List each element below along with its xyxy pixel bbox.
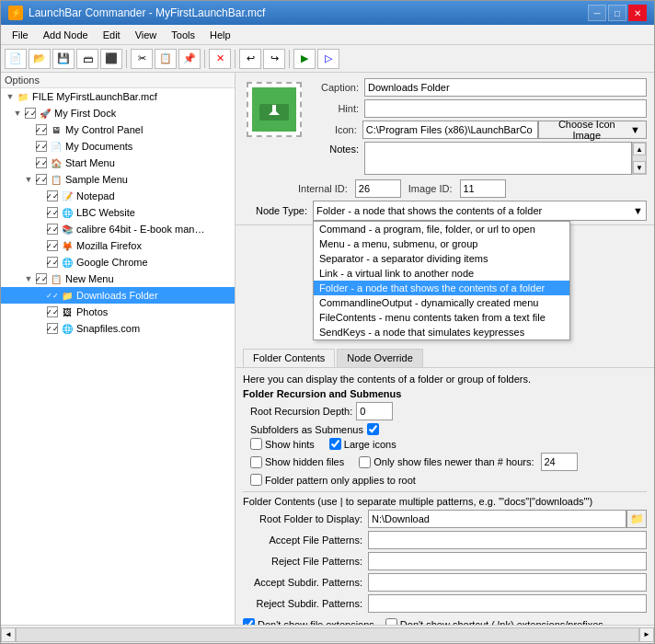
- checkbox-5[interactable]: ✓: [36, 174, 47, 185]
- redo-button[interactable]: ↪: [263, 49, 285, 69]
- tree-item-0[interactable]: ▼ 📁 FILE MyFirstLaunchBar.mcf: [1, 88, 235, 105]
- recursion-depth-row: Root Recursion Depth:: [250, 402, 393, 420]
- hint-input[interactable]: [364, 99, 647, 118]
- checkbox-12[interactable]: ✓: [47, 290, 58, 301]
- no-shortcut-checkbox[interactable]: [385, 618, 397, 625]
- tree-item-5[interactable]: ▼ ✓ 📋 Sample Menu: [1, 171, 235, 188]
- checkbox-7[interactable]: ✓: [47, 207, 58, 218]
- checkbox-8[interactable]: ✓: [47, 224, 58, 235]
- tree-header: Options: [1, 73, 235, 88]
- dropdown-item-4[interactable]: Folder - a node that shows the contents …: [314, 281, 569, 295]
- choose-icon-button[interactable]: Choose Icon Image ▼: [538, 121, 647, 139]
- copy-button[interactable]: 📋: [155, 49, 177, 69]
- tree-item-4[interactable]: ✓ 🏠 Start Menu: [1, 155, 235, 171]
- tree-item-1[interactable]: ▼ ✓ 🚀 My First Dock: [1, 105, 235, 121]
- icon-preview-area[interactable]: [247, 82, 302, 137]
- image-id-input[interactable]: [460, 179, 506, 198]
- checkbox-4[interactable]: ✓: [36, 157, 47, 168]
- build-button[interactable]: ▶: [293, 49, 316, 69]
- checkbox-14[interactable]: ✓: [47, 323, 58, 334]
- close-button[interactable]: ✕: [628, 5, 647, 21]
- reject-file-input[interactable]: [368, 552, 647, 570]
- accept-subdir-input[interactable]: [368, 573, 647, 592]
- new-button[interactable]: 📄: [5, 49, 27, 69]
- folder-pattern-checkbox[interactable]: [250, 474, 262, 486]
- root-folder-input[interactable]: [368, 510, 626, 528]
- horizontal-scrollbar[interactable]: [16, 627, 639, 642]
- tree-item-13[interactable]: ✓ 🖼 Photos: [1, 304, 235, 320]
- menu-help[interactable]: Help: [202, 28, 238, 42]
- menu-tools[interactable]: Tools: [164, 28, 202, 42]
- checkbox-13[interactable]: ✓: [47, 306, 58, 317]
- only-newer-checkbox[interactable]: [359, 456, 371, 468]
- delete-button[interactable]: ✕: [209, 49, 231, 69]
- menu-addnode[interactable]: Add Node: [36, 28, 96, 42]
- open-button[interactable]: 📂: [29, 49, 51, 69]
- tree-item-8[interactable]: ✓ 📚 calibre 64bit - E-book manageme...: [1, 221, 235, 237]
- dropdown-item-5[interactable]: CommandlineOutput - dynamically created …: [314, 295, 569, 310]
- tree-item-3[interactable]: ✓ 📄 My Documents: [1, 138, 235, 155]
- no-extensions-checkbox[interactable]: [243, 618, 255, 625]
- checkbox-11[interactable]: ✓: [36, 273, 47, 284]
- maximize-button[interactable]: □: [608, 5, 626, 21]
- caption-input[interactable]: [364, 78, 647, 97]
- accept-file-input[interactable]: [368, 531, 647, 549]
- tree-item-2[interactable]: ✓ 🖥 My Control Panel: [1, 121, 235, 138]
- tree-item-11[interactable]: ▼ ✓ 📋 New Menu: [1, 270, 235, 287]
- checkbox-9[interactable]: ✓: [47, 240, 58, 251]
- scroll-up-arrow[interactable]: ▲: [633, 143, 646, 155]
- subfolders-checkbox[interactable]: [367, 423, 379, 435]
- node-type-dropdown-wrapper: Folder - a node that shows the contents …: [313, 201, 647, 221]
- dropdown-item-3[interactable]: Link - a virtual link to another node: [314, 266, 569, 281]
- icon-input[interactable]: [362, 121, 539, 139]
- cut-button[interactable]: ✂: [131, 49, 153, 69]
- tb5-button[interactable]: ⬛: [100, 49, 122, 69]
- icon-11: 📋: [49, 271, 63, 286]
- checkbox-10[interactable]: ✓: [47, 257, 58, 268]
- checkbox-6[interactable]: ✓: [47, 190, 58, 201]
- icon-14: 🌐: [60, 321, 75, 336]
- tree-item-7[interactable]: ✓ 🌐 LBC Website: [1, 204, 235, 221]
- tab-node-override[interactable]: Node Override: [337, 349, 423, 367]
- menu-view[interactable]: View: [128, 28, 165, 42]
- tree-item-14[interactable]: ✓ 🌐 Snapfiles.com: [1, 320, 235, 337]
- dropdown-item-7[interactable]: SendKeys - a node that simulates keypres…: [314, 325, 569, 339]
- scroll-right-button[interactable]: ►: [639, 627, 654, 642]
- dropdown-item-1[interactable]: Menu - a menu, submenu, or group: [314, 236, 569, 251]
- menu-file[interactable]: File: [5, 28, 36, 42]
- checkbox-2[interactable]: ✓: [36, 124, 47, 135]
- dropdown-item-0[interactable]: Command - a program, file, folder, or ur…: [314, 222, 569, 236]
- tree-item-6[interactable]: ✓ 📝 Notepad: [1, 188, 235, 204]
- scroll-down-arrow[interactable]: ▼: [633, 161, 646, 174]
- show-hidden-checkbox[interactable]: [250, 456, 262, 468]
- saveall-button[interactable]: 🗃: [76, 49, 98, 69]
- only-newer-input[interactable]: [541, 453, 578, 471]
- save-button[interactable]: 💾: [52, 49, 75, 69]
- tree-item-12[interactable]: ✓ 📁 Downloads Folder: [1, 287, 235, 304]
- show-hints-checkbox[interactable]: [250, 438, 262, 450]
- tab-folder-contents[interactable]: Folder Contents: [243, 349, 335, 367]
- node-type-row: Node Type: Folder - a node that shows th…: [243, 201, 647, 221]
- paste-button[interactable]: 📌: [178, 49, 201, 69]
- notes-input[interactable]: [364, 142, 632, 175]
- tree-item-9[interactable]: ✓ 🦊 Mozilla Firefox: [1, 237, 235, 254]
- tree-item-10[interactable]: ✓ 🌐 Google Chrome: [1, 254, 235, 270]
- icon-label: Icon:: [311, 124, 357, 135]
- browse-button[interactable]: 📁: [626, 510, 647, 528]
- notes-scrollbar[interactable]: ▲ ▼: [632, 142, 647, 175]
- minimize-button[interactable]: ─: [588, 5, 606, 21]
- node-type-select[interactable]: Folder - a node that shows the contents …: [313, 201, 647, 221]
- large-icons-checkbox[interactable]: [329, 438, 341, 450]
- scroll-left-button[interactable]: ◄: [1, 627, 16, 642]
- checkbox-3[interactable]: ✓: [36, 141, 47, 152]
- internal-id-input[interactable]: [355, 179, 401, 198]
- undo-button[interactable]: ↩: [239, 49, 261, 69]
- reject-subdir-input[interactable]: [368, 594, 647, 613]
- root-recursion-input[interactable]: [356, 402, 393, 420]
- menu-edit[interactable]: Edit: [96, 28, 128, 42]
- checkbox-1[interactable]: ✓: [25, 108, 36, 119]
- tree-label-14: Snapfiles.com: [76, 323, 140, 334]
- run-button[interactable]: ▷: [317, 49, 339, 69]
- dropdown-item-6[interactable]: FileContents - menu contents taken from …: [314, 310, 569, 325]
- dropdown-item-2[interactable]: Separator - a separator dividing items: [314, 251, 569, 266]
